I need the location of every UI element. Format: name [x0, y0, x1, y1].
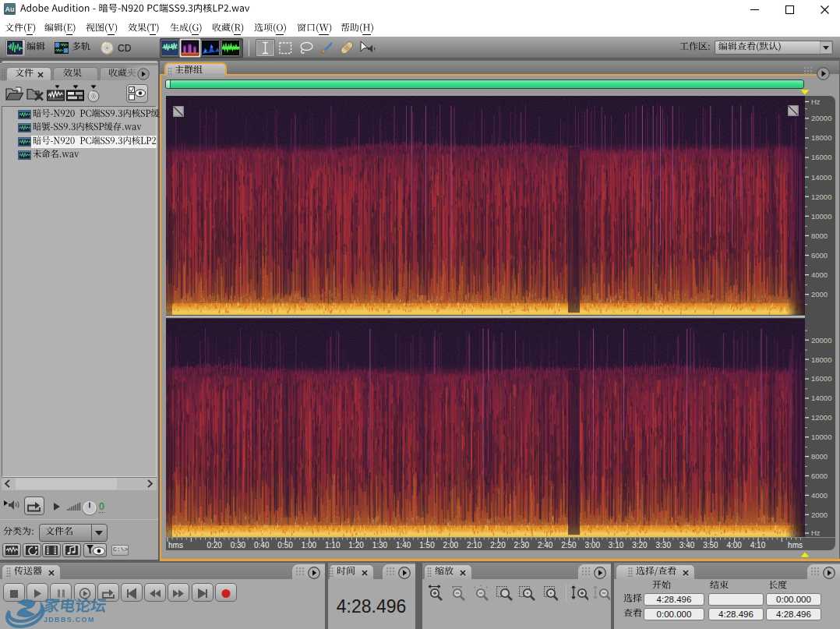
svg-text:3:00: 3:00: [585, 541, 601, 549]
svg-text:8000: 8000: [811, 231, 828, 240]
svg-text:1:20: 1:20: [348, 541, 364, 549]
svg-text:3:30: 3:30: [655, 541, 671, 549]
svg-text:6000: 6000: [811, 472, 828, 480]
svg-text:4000: 4000: [811, 270, 828, 279]
svg-text:6000: 6000: [811, 251, 828, 260]
svg-text:20000: 20000: [811, 114, 831, 122]
svg-text:16000: 16000: [811, 374, 831, 383]
svg-text:2:10: 2:10: [467, 541, 482, 549]
svg-text:16000: 16000: [811, 153, 831, 161]
svg-text:1:50: 1:50: [419, 541, 435, 549]
svg-text:8000: 8000: [811, 452, 828, 461]
svg-text:14000: 14000: [811, 173, 831, 182]
svg-text:2:50: 2:50: [561, 541, 577, 549]
svg-text:2:20: 2:20: [490, 541, 506, 549]
svg-text:0:30: 0:30: [231, 541, 246, 549]
svg-text:10000: 10000: [811, 212, 831, 221]
svg-text:3:40: 3:40: [679, 541, 695, 549]
svg-text:20000: 20000: [811, 336, 831, 345]
svg-text:3:20: 3:20: [632, 541, 648, 549]
svg-text:2:00: 2:00: [443, 541, 459, 549]
svg-text:2:40: 2:40: [538, 541, 553, 549]
svg-text:10000: 10000: [811, 433, 831, 441]
svg-text:0:50: 0:50: [277, 541, 293, 549]
svg-text:4:10: 4:10: [750, 541, 766, 549]
svg-text:2000: 2000: [811, 290, 828, 299]
svg-text:3:50: 3:50: [703, 541, 718, 549]
svg-text:Hz: Hz: [811, 528, 821, 537]
svg-text:4:00: 4:00: [726, 541, 742, 549]
svg-text:Hz: Hz: [811, 97, 821, 106]
svg-text:hms: hms: [168, 541, 183, 549]
svg-text:3:10: 3:10: [609, 541, 624, 549]
svg-text:0:20: 0:20: [206, 541, 222, 549]
svg-text:1:00: 1:00: [302, 541, 317, 549]
svg-text:1:10: 1:10: [325, 541, 341, 549]
svg-text:2:30: 2:30: [514, 541, 530, 549]
svg-text:Au: Au: [5, 5, 15, 13]
svg-text:18000: 18000: [811, 133, 831, 142]
svg-text:1:40: 1:40: [396, 541, 411, 549]
svg-text:18000: 18000: [811, 355, 831, 364]
svg-text:12000: 12000: [811, 413, 831, 422]
svg-text:4000: 4000: [811, 491, 828, 500]
svg-text:12000: 12000: [811, 193, 831, 201]
svg-text:hms: hms: [788, 541, 803, 549]
svg-text:0:40: 0:40: [254, 541, 270, 549]
svg-text:1:30: 1:30: [372, 541, 388, 549]
svg-text:2000: 2000: [811, 511, 828, 519]
svg-text:14000: 14000: [811, 394, 831, 402]
